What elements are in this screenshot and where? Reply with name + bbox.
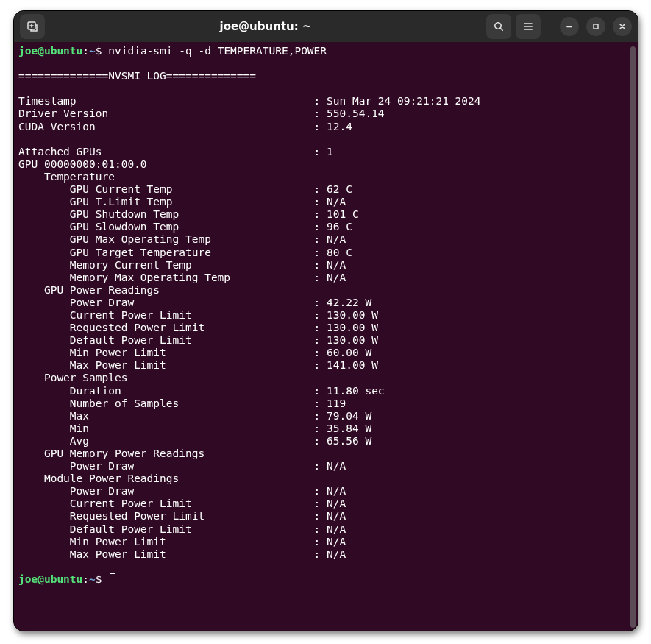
- menu-button[interactable]: [516, 14, 541, 39]
- maximize-icon: [591, 22, 600, 31]
- new-tab-button[interactable]: [20, 14, 45, 39]
- titlebar: joe@ubuntu: ~: [14, 11, 638, 42]
- svg-rect-2: [594, 24, 598, 29]
- minimize-button[interactable]: [560, 17, 579, 36]
- hamburger-icon: [522, 21, 534, 32]
- scrollbar-thumb[interactable]: [630, 46, 636, 628]
- search-icon: [493, 21, 505, 32]
- window-title: joe@ubuntu: ~: [219, 20, 311, 33]
- new-tab-icon: [26, 21, 38, 32]
- cursor: [110, 573, 115, 584]
- terminal-window: joe@ubuntu: ~ joe@ubuntu:~$ nvidia-smi -…: [13, 10, 638, 631]
- terminal-output: joe@ubuntu:~$ nvidia-smi -q -d TEMPERATU…: [18, 45, 630, 586]
- search-button[interactable]: [486, 14, 511, 39]
- minimize-icon: [565, 22, 574, 31]
- close-button[interactable]: [613, 17, 632, 36]
- scrollbar[interactable]: [630, 45, 636, 626]
- close-icon: [618, 22, 627, 31]
- terminal-area[interactable]: joe@ubuntu:~$ nvidia-smi -q -d TEMPERATU…: [14, 42, 638, 631]
- maximize-button[interactable]: [586, 17, 605, 36]
